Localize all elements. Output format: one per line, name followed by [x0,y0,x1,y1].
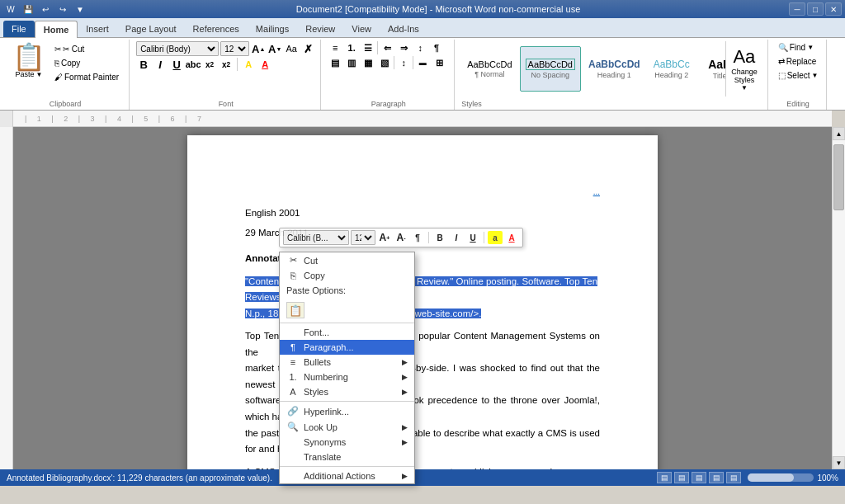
font-color-btn[interactable]: A [257,58,272,71]
view-btn4[interactable]: ▤ [709,472,724,483]
font-name-select[interactable]: Calibri (Body) [136,41,219,56]
page-top-link: ... [245,185,600,199]
tab-references[interactable]: References [185,21,248,37]
styles-label: Styles [461,100,482,108]
clear-format-btn[interactable]: ✗ [300,42,315,55]
tab-view[interactable]: View [343,21,380,37]
copy-button[interactable]: ⎘ Copy [51,57,122,69]
ctx-copy[interactable]: ⎘ Copy [280,268,414,283]
decrease-indent-btn[interactable]: ⇐ [380,41,394,54]
borders-btn[interactable]: ⊞ [432,56,446,69]
bold-btn[interactable]: B [136,58,151,71]
shading-btn[interactable]: ▬ [415,56,430,69]
shrink-font-btn[interactable]: A▼ [267,42,282,55]
ctx-bullets[interactable]: ≡ Bullets ▶ [280,355,414,370]
tab-addins[interactable]: Add-Ins [380,21,427,37]
mt-font-select[interactable]: Calibri (B... [283,230,349,245]
zoom-slider[interactable] [748,473,814,482]
ctx-paste-icon1[interactable]: 📋 [286,302,304,318]
mt-pilcrow-btn[interactable]: ¶ [410,231,425,244]
tab-page-layout[interactable]: Page Layout [117,21,185,37]
mt-bold-btn[interactable]: B [432,231,447,244]
scroll-down-btn[interactable]: ▼ [833,456,845,469]
grow-font-btn[interactable]: A▲ [251,42,266,55]
format-painter-button[interactable]: 🖌 Format Painter [51,71,122,83]
style-h1[interactable]: AaBbCcDd Heading 1 [583,46,646,92]
subscript-btn[interactable]: x2 [202,58,217,71]
cut-button[interactable]: ✂ ✂ Cut [51,43,122,55]
undo-btn[interactable]: ↩ [38,2,53,16]
view-btn3[interactable]: ▤ [692,472,706,483]
center-btn[interactable]: ▥ [344,56,359,69]
tab-file[interactable]: File [3,21,35,37]
mt-color-btn[interactable]: A [504,231,519,244]
mt-underline-btn[interactable]: U [465,231,480,244]
sort-btn[interactable]: ↕ [413,41,427,54]
ctx-paste-options-label: Paste Options: [286,285,346,295]
ctx-paragraph[interactable]: ¶ Paragraph... [280,340,414,355]
mt-shrink-btn[interactable]: A- [394,231,408,244]
qa-dropdown[interactable]: ▼ [73,2,87,16]
style-h2[interactable]: AaBbCc Heading 2 [648,46,696,92]
ctx-numbering[interactable]: 1. Numbering ▶ [280,370,414,384]
doc-scroll-area[interactable]: ... English 2001 29 March 2011 Annotated… [13,127,832,469]
bullets-btn[interactable]: ≡ [328,41,342,54]
style-nospacing[interactable]: AaBbCcDd No Spacing [520,46,581,92]
minimize-btn[interactable]: ─ [789,2,805,16]
superscript-btn[interactable]: x2 [219,58,234,71]
ctx-lookup[interactable]: 🔍 Look Up ▶ [280,419,414,435]
ribbon-tabs: File Home Insert Page Layout References … [0,18,845,38]
mt-highlight-btn[interactable]: a [488,231,503,244]
change-styles-label: ChangeStyles [731,68,758,84]
mt-grow-btn[interactable]: A+ [377,231,392,244]
multilevel-btn[interactable]: ☰ [361,41,375,54]
tab-review[interactable]: Review [297,21,343,37]
style-title[interactable]: AaB Title [697,46,725,92]
font-size-select[interactable]: 12 [220,41,249,56]
select-btn[interactable]: ⬚ Select ▼ [775,69,822,82]
paragraph-group: ≡ 1. ☰ ⇐ ⇒ ↕ ¶ ▤ ▥ ▦ ▧ ↕ ▬ ⊞ Paragraph [323,40,455,110]
view-btn1[interactable]: ▤ [657,472,672,483]
close-btn[interactable]: ✕ [825,2,842,16]
ctx-numbering-icon: 1. [286,372,300,382]
ctx-hyperlink[interactable]: 🔗 Hyperlink... [280,403,414,419]
view-btn2[interactable]: ▤ [674,472,689,483]
word-icon[interactable]: W [3,2,18,16]
mt-italic-btn[interactable]: I [449,231,464,244]
style-normal[interactable]: AaBbCcDd ¶ Normal [461,46,517,92]
style-h1-preview: AaBbCcDd [588,59,640,70]
ctx-synonyms[interactable]: Synonyms ▶ [280,435,414,450]
ctx-styles[interactable]: A Styles ▶ [280,384,414,399]
scroll-up-btn[interactable]: ▲ [833,127,845,140]
italic-btn[interactable]: I [153,58,168,71]
maximize-btn[interactable]: □ [807,2,824,16]
strikethrough-btn[interactable]: abc [186,58,201,71]
numbering-btn[interactable]: 1. [344,41,359,54]
tab-mailings[interactable]: Mailings [248,21,297,37]
replace-btn[interactable]: ⇄ Replace [775,55,820,68]
view-btn5[interactable]: ▤ [726,472,741,483]
ctx-translate[interactable]: Translate [280,450,414,464]
change-styles-btn[interactable]: Aa ChangeStyles ▼ [726,42,762,97]
ctx-additional[interactable]: Additional Actions ▶ [280,469,414,483]
highlight-btn[interactable]: A [241,58,256,71]
paste-button[interactable]: 📋 Paste ▼ [8,41,50,81]
tab-home[interactable]: Home [35,21,78,38]
line-spacing-btn[interactable]: ↕ [396,56,411,69]
justify-btn[interactable]: ▧ [377,56,392,69]
ctx-cut[interactable]: ✂ Cut [280,252,414,268]
change-case-btn[interactable]: Aa [284,42,299,55]
redo-btn[interactable]: ↪ [55,2,70,16]
mt-size-select[interactable]: 12 [351,230,375,245]
align-left-btn[interactable]: ▤ [328,56,342,69]
increase-indent-btn[interactable]: ⇒ [396,41,411,54]
find-btn[interactable]: 🔍 Find ▼ [775,41,817,54]
align-right-btn[interactable]: ▦ [361,56,375,69]
font-content: Calibri (Body) 12 A▲ A▼ Aa ✗ B I U abc x… [136,41,315,97]
tab-insert[interactable]: Insert [78,21,117,37]
show-hide-btn[interactable]: ¶ [429,41,444,54]
ctx-font[interactable]: Font... [280,325,414,340]
save-btn[interactable]: 💾 [21,2,35,16]
scroll-thumb[interactable] [833,144,844,210]
underline-btn[interactable]: U [169,58,184,71]
